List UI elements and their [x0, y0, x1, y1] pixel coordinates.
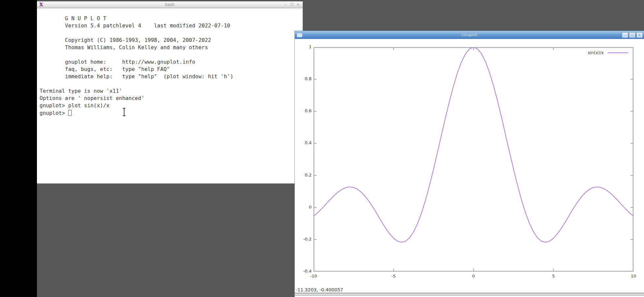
gnuplot-minimize-button[interactable]: – — [622, 32, 628, 38]
window-bottom-edge — [295, 293, 644, 296]
x-tick-label: 5 — [546, 274, 561, 279]
terminal-window: X bash ─ ❐ ✕ G N U P L O T Version 5.4 p… — [37, 1, 303, 183]
y-tick-label: -0.4 — [297, 269, 312, 274]
terminal-prompt-row[interactable]: gnuplot> — [40, 109, 72, 116]
plot-area[interactable]: sin(x)/x -11.3203, -0.400057 10.80.60.40… — [295, 39, 644, 297]
terminal-minimize-button[interactable]: ─ — [284, 3, 288, 7]
terminal-prompt: gnuplot> — [40, 110, 68, 116]
terminal-text-cursor — [68, 110, 72, 116]
terminal-close-button[interactable]: ✕ — [296, 3, 300, 7]
terminal-titlebar[interactable]: X bash ─ ❐ ✕ — [37, 1, 303, 8]
y-tick-label: -0.2 — [297, 237, 312, 242]
legend-line-sample — [608, 52, 628, 53]
x-tick-label: -5 — [386, 274, 401, 279]
plot-legend: sin(x)/x — [588, 50, 628, 55]
x-tick-label: -10 — [306, 274, 321, 279]
x-tick-label: 10 — [626, 274, 641, 279]
x-tick-label: 0 — [466, 274, 481, 279]
gnuplot-window: Gnuplot – □ ✕ sin(x)/x -11.3203, -0.4000… — [294, 31, 644, 297]
xterm-icon[interactable]: X — [39, 2, 43, 7]
gnuplot-window-title: Gnuplot — [295, 33, 644, 37]
y-tick-label: 0 — [297, 205, 312, 210]
y-tick-label: 0.8 — [297, 76, 312, 81]
terminal-output[interactable]: G N U P L O T Version 5.4 patchlevel 4 l… — [40, 15, 233, 109]
y-tick-label: 0.6 — [297, 108, 312, 113]
coordinate-readout: -11.3203, -0.400057 — [296, 287, 343, 292]
gnuplot-close-button[interactable]: ✕ — [636, 32, 643, 38]
y-tick-label: 0.2 — [297, 173, 312, 178]
legend-label: sin(x)/x — [588, 50, 604, 55]
gnuplot-titlebar[interactable]: Gnuplot – □ ✕ — [295, 31, 644, 39]
terminal-window-title: bash — [37, 2, 303, 7]
gnuplot-window-menu-icon[interactable] — [297, 33, 302, 37]
terminal-maximize-button[interactable]: ❐ — [290, 3, 294, 7]
mouse-cursor-ibeam — [122, 108, 126, 116]
sinc-plot-canvas[interactable] — [314, 47, 633, 272]
gnuplot-maximize-button[interactable]: □ — [629, 32, 635, 38]
y-tick-label: 0.4 — [297, 140, 312, 145]
y-tick-label: 1 — [297, 44, 312, 49]
